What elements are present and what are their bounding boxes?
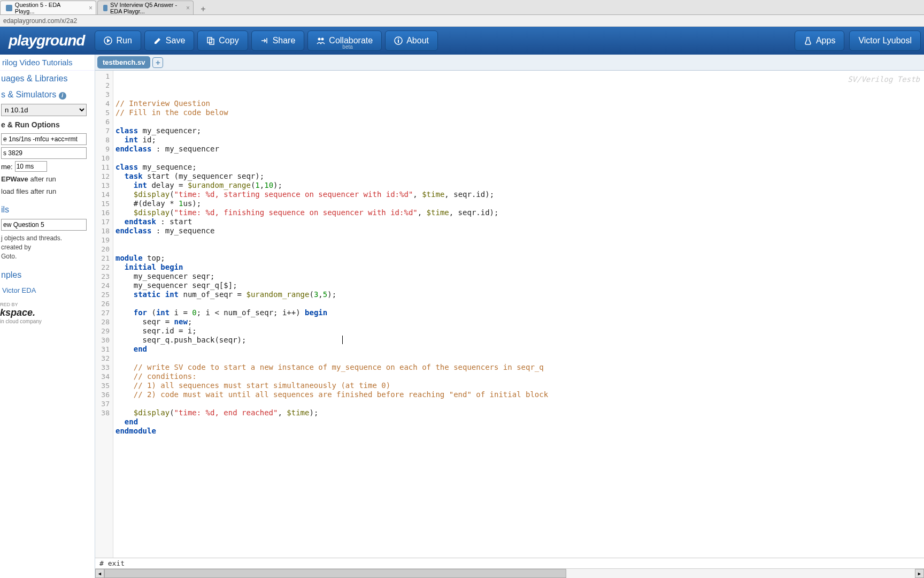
code-line[interactable]: endclass : my_sequence (116, 226, 924, 235)
svg-rect-8 (398, 40, 399, 43)
description-text: j objects and threads. created by Goto. (0, 232, 95, 263)
code-line[interactable]: // Fill in the code below (116, 108, 924, 117)
main-toolbar: playground Run Save Copy Share Collabora… (0, 27, 924, 55)
line-gutter: 1234567891011121314151617181920212223242… (95, 71, 113, 558)
sponsor-logo[interactable]: RED BY kspace. in cloud company (0, 302, 95, 324)
file-tab-testbench[interactable]: testbench.sv (97, 56, 150, 69)
scroll-thumb[interactable] (104, 569, 566, 578)
code-line[interactable] (116, 399, 924, 408)
pencil-icon (153, 36, 162, 45)
code-line[interactable]: endmodule (116, 427, 924, 436)
code-line[interactable]: $display("time: %d, end reached", $time)… (116, 408, 924, 417)
code-line[interactable]: // Interview Question (116, 99, 924, 108)
simulator-select[interactable]: n 10.1d (1, 104, 87, 116)
new-tab-button[interactable]: + (197, 4, 210, 14)
browser-tab-strip: Question 5 - EDA Playg... × SV Interview… (0, 0, 924, 15)
code-line[interactable]: seqr = new; (116, 317, 924, 326)
editor-watermark: SV/Verilog Testb (848, 75, 920, 84)
sidebar-examples-header[interactable]: nples (0, 267, 95, 283)
code-line[interactable]: endclass : my_sequencer (116, 144, 924, 154)
compile-options-input[interactable] (1, 133, 87, 145)
play-icon (104, 36, 112, 45)
code-line[interactable]: my_sequencer seqr_q[$]; (116, 281, 924, 290)
copy-button[interactable]: Copy (197, 31, 248, 51)
code-line[interactable]: class my_sequence; (116, 163, 924, 172)
seed-input[interactable] (1, 147, 87, 159)
code-line[interactable]: endtask : start (116, 217, 924, 226)
sidebar-languages-header[interactable]: uages & Libraries (0, 71, 95, 87)
horizontal-scrollbar[interactable]: ◄ ► (95, 568, 924, 578)
code-line[interactable] (116, 436, 924, 445)
code-line[interactable] (116, 245, 924, 254)
epwave-checkbox-row[interactable]: EPWave after run (0, 173, 95, 185)
url-bar[interactable]: edaplayground.com/x/2a2 (0, 15, 924, 27)
copy-icon (206, 36, 215, 45)
code-line[interactable]: int id; (116, 135, 924, 144)
code-line[interactable]: end (116, 345, 924, 354)
browser-tab-1[interactable]: Question 5 - EDA Playg... × (0, 1, 96, 14)
favicon-icon (6, 5, 12, 11)
code-line[interactable]: seqr_q.push_back(seqr); (116, 336, 924, 345)
code-line[interactable] (116, 354, 924, 363)
code-line[interactable] (116, 154, 924, 163)
sidebar-tutorials-link[interactable]: rilog Video Tutorials (0, 55, 95, 71)
share-icon (260, 36, 269, 45)
code-line[interactable]: $display("time: %d, starting sequence on… (116, 190, 924, 199)
name-input[interactable] (1, 219, 87, 231)
favicon-icon (103, 5, 107, 11)
code-line[interactable]: class my_sequencer; (116, 126, 924, 135)
code-line[interactable]: int delay = $urandom_range(1,10); (116, 181, 924, 190)
add-file-button[interactable]: + (152, 57, 163, 68)
code-line[interactable]: end (116, 417, 924, 427)
editor-area: testbench.sv + 1234567891011121314151617… (95, 55, 924, 578)
code-line[interactable]: seqr.id = i; (116, 326, 924, 336)
sidebar-options-header: e & Run Options (0, 117, 95, 132)
scroll-left-icon[interactable]: ◄ (95, 569, 104, 578)
apps-button[interactable]: Apps (795, 31, 844, 51)
people-icon (317, 36, 325, 45)
save-button[interactable]: Save (144, 31, 194, 51)
code-body[interactable]: SV/Verilog Testb // Interview Question//… (113, 71, 924, 558)
scroll-track[interactable] (104, 569, 915, 578)
author-link[interactable]: Victor EDA (0, 283, 95, 298)
sidebar-simulators-header[interactable]: s & Simulators i (0, 87, 95, 103)
code-editor[interactable]: 1234567891011121314151617181920212223242… (95, 71, 924, 558)
code-line[interactable]: // 1) all sequences must start simultane… (116, 381, 924, 390)
code-line[interactable]: module top; (116, 254, 924, 263)
scroll-right-icon[interactable]: ► (915, 569, 924, 578)
code-line[interactable]: #(delay * 1us); (116, 199, 924, 208)
collaborate-button[interactable]: Collaborate beta (307, 31, 382, 51)
svg-point-7 (398, 38, 399, 39)
runtime-input[interactable] (15, 161, 47, 172)
code-line[interactable]: static int num_of_seqr = $urandom_range(… (116, 290, 924, 299)
upload-checkbox-row[interactable]: load files after run (0, 185, 95, 197)
close-icon[interactable]: × (186, 4, 190, 12)
beta-badge: beta (342, 44, 352, 50)
browser-tab-label: Question 5 - EDA Playg... (15, 2, 81, 14)
code-line[interactable] (116, 235, 924, 245)
code-line[interactable]: // 2) code must wait until all sequences… (116, 390, 924, 399)
logo[interactable]: playground (0, 32, 93, 49)
info-icon[interactable]: i (59, 92, 66, 100)
code-line[interactable] (116, 299, 924, 308)
code-line[interactable]: for (int i = 0; i < num_of_seqr; i++) be… (116, 308, 924, 317)
flask-icon (804, 36, 812, 45)
share-button[interactable]: Share (251, 31, 305, 51)
code-line[interactable]: $display("time: %d, finishing sequence o… (116, 208, 924, 217)
code-line[interactable]: my_sequencer seqr; (116, 272, 924, 281)
code-line[interactable] (116, 117, 924, 126)
about-button[interactable]: About (385, 31, 438, 51)
browser-tab-2[interactable]: SV Interview Q5 Answer - EDA Playgr... × (97, 1, 194, 14)
svg-point-5 (321, 38, 324, 41)
code-line[interactable]: // conditions: (116, 372, 924, 381)
close-icon[interactable]: × (89, 4, 93, 12)
svg-marker-1 (107, 39, 110, 43)
file-tab-bar: testbench.sv + (95, 55, 924, 71)
code-line[interactable]: // write SV code to start a new instance… (116, 363, 924, 372)
user-menu[interactable]: Victor Lyubosl (849, 31, 921, 51)
code-line[interactable]: initial begin (116, 263, 924, 272)
code-line[interactable]: task start (my_sequencer seqr); (116, 172, 924, 181)
sidebar-details-header[interactable]: ils (0, 202, 95, 218)
run-button[interactable]: Run (95, 31, 141, 51)
browser-tab-label: SV Interview Q5 Answer - EDA Playgr... (110, 2, 178, 14)
